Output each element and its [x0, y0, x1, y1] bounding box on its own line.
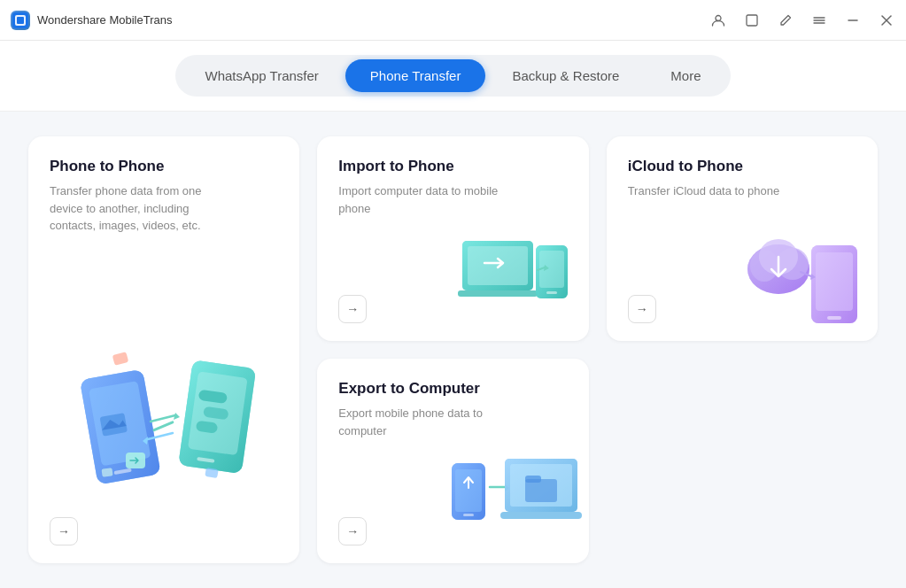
- card-export-desc: Export mobile phone data to computer: [338, 405, 515, 439]
- card-phone-to-phone-desc: Transfer phone data from one device to a…: [50, 182, 227, 235]
- svg-rect-51: [463, 514, 474, 516]
- svg-rect-35: [539, 251, 564, 288]
- card-icloud-title: iCloud to Phone: [628, 158, 856, 175]
- svg-rect-56: [500, 512, 582, 519]
- card-icloud-to-phone[interactable]: iCloud to Phone Transfer iCloud data to …: [607, 136, 878, 341]
- app-title: Wondershare MobileTrans: [37, 13, 709, 27]
- card-phone-to-phone[interactable]: Phone to Phone Transfer phone data from …: [28, 136, 299, 563]
- titlebar: Wondershare MobileTrans: [0, 0, 906, 41]
- svg-rect-41: [827, 316, 841, 320]
- card-export-to-computer[interactable]: Export to Computer Export mobile phone d…: [317, 359, 588, 563]
- card-phone-to-phone-arrow[interactable]: →: [50, 517, 78, 545]
- tab-more[interactable]: More: [646, 59, 725, 92]
- card-import-to-phone[interactable]: Import to Phone Import computer data to …: [317, 136, 588, 341]
- tab-phone[interactable]: Phone Transfer: [345, 59, 486, 92]
- tab-backup[interactable]: Backup & Restore: [487, 59, 644, 92]
- minimize-icon[interactable]: [844, 12, 862, 29]
- window-controls: [709, 12, 895, 29]
- card-phone-to-phone-title: Phone to Phone: [50, 158, 278, 175]
- svg-rect-2: [17, 17, 24, 24]
- tab-whatsapp[interactable]: WhatsApp Transfer: [180, 59, 343, 92]
- nav-tabs: WhatsApp Transfer Phone Transfer Backup …: [175, 55, 730, 97]
- svg-rect-25: [112, 352, 129, 366]
- svg-rect-31: [468, 246, 528, 285]
- svg-rect-27: [102, 468, 113, 477]
- card-icloud-arrow[interactable]: →: [628, 295, 656, 323]
- menu-icon[interactable]: [810, 12, 828, 29]
- card-import-arrow[interactable]: →: [338, 295, 367, 323]
- card-export-arrow[interactable]: →: [338, 517, 367, 545]
- svg-rect-4: [747, 15, 757, 26]
- app-logo: [11, 11, 30, 30]
- main-content: Phone to Phone Transfer phone data from …: [0, 112, 906, 588]
- svg-rect-58: [525, 476, 541, 483]
- svg-marker-23: [174, 413, 180, 420]
- card-export-title: Export to Computer: [338, 380, 567, 398]
- account-icon[interactable]: [709, 12, 727, 29]
- card-import-title: Import to Phone: [338, 158, 567, 175]
- card-import-desc: Import computer data to mobile phone: [338, 182, 515, 217]
- close-icon[interactable]: [878, 12, 895, 29]
- square-icon[interactable]: [743, 12, 761, 29]
- svg-point-3: [716, 15, 721, 20]
- svg-rect-32: [458, 290, 538, 297]
- svg-rect-40: [816, 252, 853, 311]
- svg-rect-36: [546, 291, 557, 294]
- edit-icon[interactable]: [777, 12, 794, 29]
- nav-area: WhatsApp Transfer Phone Transfer Backup …: [0, 41, 906, 112]
- svg-rect-50: [455, 469, 482, 512]
- card-icloud-desc: Transfer iCloud data to phone: [628, 182, 805, 200]
